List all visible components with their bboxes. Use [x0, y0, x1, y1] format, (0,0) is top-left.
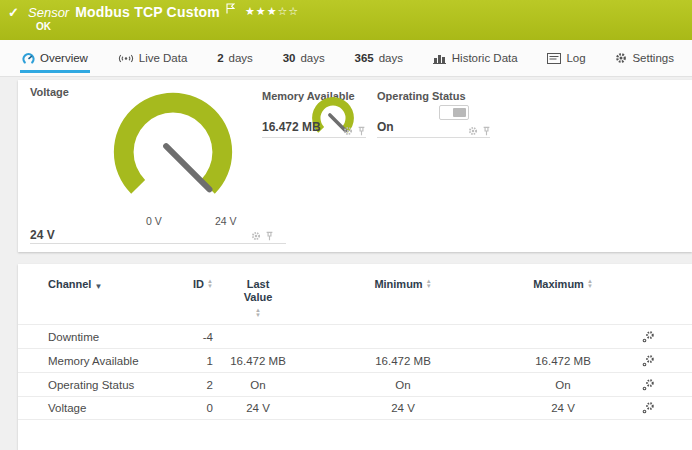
pin-icon[interactable] — [265, 231, 274, 241]
voltage-gauge — [104, 90, 242, 212]
channel-last-value: 16.472 MB — [213, 355, 303, 367]
voltage-widget-divider — [30, 243, 286, 244]
channel-minimum: 24 V — [303, 402, 503, 414]
tab-30-days[interactable]: 30 days — [281, 40, 327, 76]
table-row: Operating Status 2 On On On — [18, 372, 692, 396]
object-kind-label: Sensor — [28, 5, 69, 20]
memory-widget-icons — [343, 126, 366, 136]
log-icon — [547, 53, 561, 64]
sorted-desc-icon: ▼ — [94, 280, 102, 293]
status-check-icon: ✓ — [8, 5, 22, 20]
column-header-last-value[interactable]: Last Value▲▼ — [232, 278, 284, 318]
voltage-gauge-needle — [166, 146, 209, 189]
channel-minimum: On — [303, 379, 503, 391]
channel-last-value: 24 V — [213, 402, 303, 414]
column-header-channel[interactable]: Channel▼ — [48, 278, 102, 293]
gauge-icon — [22, 52, 35, 65]
sort-asc-desc-icon: ▲▼ — [255, 308, 261, 318]
table-row: Downtime -4 — [18, 324, 692, 348]
channel-id: 2 — [178, 379, 213, 391]
voltage-scale-max: 24 V — [215, 215, 237, 227]
operating-toggle-graphic — [439, 105, 469, 120]
operating-widget-divider — [377, 137, 490, 138]
tab-log[interactable]: Log — [545, 40, 587, 76]
voltage-value: 24 V — [30, 228, 55, 242]
table-header-row: Channel▼ ID▲▼ Last Value▲▼ Minimum▲▼ Max… — [18, 264, 692, 324]
live-data-icon — [118, 53, 134, 64]
channel-name[interactable]: Operating Status — [48, 379, 134, 391]
sensor-status-badge: OK — [36, 21, 682, 32]
channel-maximum: 16.472 MB — [503, 355, 623, 367]
tab-365-days[interactable]: 365 days — [353, 40, 405, 76]
sensor-status-header: ✓ Sensor Modbus TCP Custom ★★★☆☆ OK — [0, 0, 692, 40]
gear-icon — [615, 52, 627, 64]
memory-value: 16.472 MB — [262, 120, 321, 134]
voltage-widget-icons — [251, 231, 274, 241]
channel-minimum: 16.472 MB — [303, 355, 503, 367]
tab-bar: Overview Live Data 2 days 30 days 365 da… — [0, 40, 692, 77]
voltage-scale-min: 0 V — [146, 215, 162, 227]
operating-value: On — [377, 120, 394, 134]
channel-maximum: 24 V — [503, 402, 623, 414]
column-header-maximum[interactable]: Maximum▲▼ — [533, 278, 593, 291]
channel-name[interactable]: Voltage — [48, 402, 86, 414]
tab-settings[interactable]: Settings — [613, 40, 676, 76]
memory-widget-divider — [262, 137, 366, 138]
channel-id: 0 — [178, 402, 213, 414]
tab-2-days[interactable]: 2 days — [215, 40, 255, 76]
gauges-panel: Voltage 0 V 24 V 24 V Memory Available 1… — [18, 80, 692, 252]
voltage-widget-title: Voltage — [30, 86, 69, 98]
sort-asc-desc-icon: ▲▼ — [587, 279, 593, 289]
channel-last-value: On — [213, 379, 303, 391]
channel-name[interactable]: Downtime — [48, 331, 99, 343]
channel-name[interactable]: Memory Available — [48, 355, 139, 367]
channel-settings-icon[interactable] — [641, 330, 655, 344]
pin-icon[interactable] — [357, 126, 366, 136]
operating-widget-title: Operating Status — [377, 90, 466, 102]
pin-icon[interactable] — [482, 126, 491, 136]
operating-widget-icons — [468, 126, 491, 136]
table-row: Memory Available 1 16.472 MB 16.472 MB 1… — [18, 348, 692, 372]
column-header-minimum[interactable]: Minimum▲▼ — [374, 278, 431, 291]
priority-stars[interactable]: ★★★☆☆ — [245, 5, 299, 18]
channel-settings-icon[interactable] — [641, 378, 655, 392]
channel-id: 1 — [178, 355, 213, 367]
tab-live-data[interactable]: Live Data — [116, 40, 190, 76]
tab-overview[interactable]: Overview — [20, 40, 90, 76]
bar-chart-icon — [433, 53, 447, 64]
table-row: Voltage 0 24 V 24 V 24 V — [18, 396, 692, 420]
channels-table-panel: Channel▼ ID▲▼ Last Value▲▼ Minimum▲▼ Max… — [18, 264, 692, 450]
gear-icon[interactable] — [251, 231, 261, 241]
gear-icon[interactable] — [343, 126, 353, 136]
toggle-knob — [453, 108, 466, 117]
tab-historic-data[interactable]: Historic Data — [431, 40, 520, 76]
flag-icon[interactable] — [226, 0, 235, 18]
channel-id: -4 — [178, 331, 213, 343]
channel-settings-icon[interactable] — [641, 401, 655, 415]
channel-maximum: On — [503, 379, 623, 391]
sensor-title: Modbus TCP Custom — [75, 4, 220, 20]
sort-asc-desc-icon: ▲▼ — [426, 279, 432, 289]
channel-settings-icon[interactable] — [641, 354, 655, 368]
gear-icon[interactable] — [468, 126, 478, 136]
column-header-id[interactable]: ID▲▼ — [178, 278, 213, 291]
